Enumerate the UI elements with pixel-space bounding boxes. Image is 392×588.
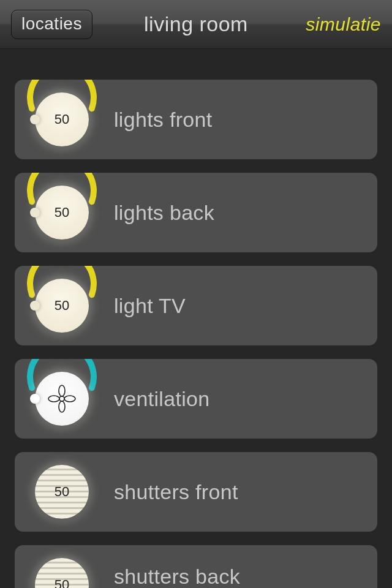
device-list: 50lights front 50lights back 50light TV … [0,49,392,588]
device-row-lights-front[interactable]: 50lights front [15,80,377,159]
dial-pointer [30,115,40,124]
dial-knob[interactable] [35,372,89,426]
dial-knob[interactable]: 50 [35,558,89,588]
dial-value: 50 [55,111,69,127]
svg-point-2 [59,401,65,412]
page-title: living room [144,12,248,36]
device-row-shutters-back[interactable]: 50shutters back [15,545,377,588]
device-label: shutters back [114,565,240,589]
svg-point-4 [64,396,75,402]
dial-knob[interactable]: 50 [35,465,89,519]
dial-ventilation[interactable] [22,359,102,439]
dial-pointer [30,301,40,311]
dial-knob[interactable]: 50 [35,92,89,146]
dial-value: 50 [55,205,69,221]
dial-pointer [30,394,40,404]
dial-value: 50 [55,577,69,588]
dial-lights-back[interactable]: 50 [22,173,102,252]
dial-knob[interactable]: 50 [35,186,89,239]
device-row-shutters-front[interactable]: 50shutters front [15,452,377,532]
simulation-label: simulatie [306,14,381,35]
device-label: light TV [114,294,186,318]
device-row-lights-back[interactable]: 50lights back [15,173,377,252]
back-button[interactable]: locaties [11,10,92,39]
header-bar: locaties living room simulatie [0,0,392,49]
dial-knob[interactable]: 50 [35,279,89,333]
svg-point-1 [59,385,65,396]
dial-light-tv[interactable]: 50 [22,266,102,345]
dial-shutters-back[interactable]: 50 [22,545,102,588]
dial-value: 50 [55,484,69,500]
svg-point-0 [59,396,64,401]
dial-value: 50 [55,298,69,314]
svg-point-3 [48,396,59,402]
device-label: shutters front [114,480,238,504]
dial-lights-front[interactable]: 50 [22,80,102,159]
device-row-light-tv[interactable]: 50light TV [15,266,377,345]
dial-pointer [30,208,40,217]
device-label: lights front [114,108,212,132]
device-label: ventilation [114,387,209,411]
fan-icon [47,383,77,414]
dial-shutters-front[interactable]: 50 [22,452,102,532]
device-row-ventilation[interactable]: ventilation [15,359,377,439]
device-label: lights back [114,201,214,225]
